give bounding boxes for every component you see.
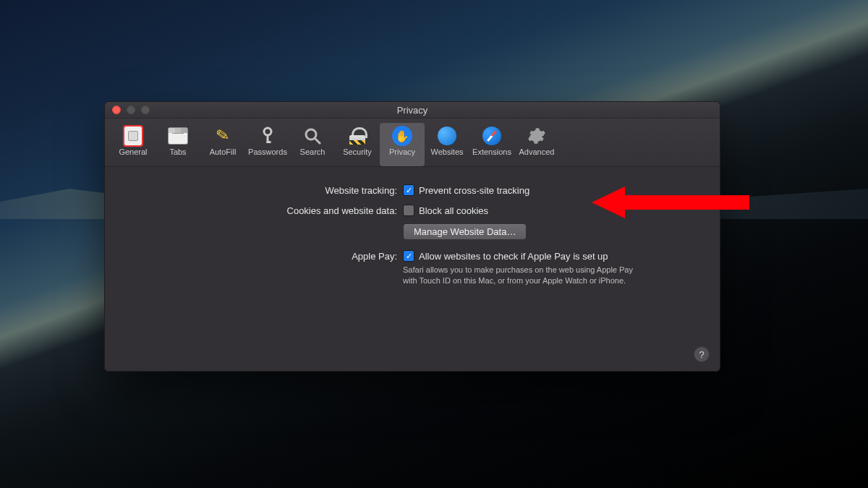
help-button[interactable]: ?: [694, 346, 710, 362]
row-apple-pay: Apple Pay: ✓ Allow websites to check if …: [115, 250, 710, 286]
search-icon: [302, 126, 323, 146]
tab-label: Websites: [430, 148, 463, 156]
tab-extensions[interactable]: Extensions: [469, 123, 514, 166]
row-website-tracking: Website tracking: ✓ Prevent cross-site t…: [115, 184, 710, 196]
tab-tabs[interactable]: Tabs: [156, 123, 200, 166]
tab-label: General: [119, 148, 147, 156]
tab-websites[interactable]: Websites: [425, 123, 469, 166]
tab-label: Advanced: [519, 148, 555, 156]
tab-general[interactable]: General: [111, 123, 156, 166]
zoom-button[interactable]: [141, 106, 150, 114]
tab-label: Security: [343, 148, 372, 156]
key-icon: [257, 126, 278, 146]
window-controls: [112, 106, 150, 114]
tab-label: Tabs: [169, 148, 186, 156]
row-cookies: Cookies and website data: ✓ Block all co…: [115, 205, 710, 240]
globe-icon: [436, 126, 458, 146]
checkmark-icon: ✓: [403, 205, 414, 216]
hand-icon: ✋: [391, 126, 413, 146]
tab-label: Passwords: [248, 148, 287, 156]
checkbox-label: Prevent cross-site tracking: [419, 185, 529, 196]
pencil-icon: ✎: [210, 124, 235, 148]
close-button[interactable]: [112, 106, 121, 114]
minimize-button[interactable]: [127, 106, 135, 114]
checkmark-icon: ✓: [403, 184, 414, 196]
svg-point-0: [264, 128, 271, 135]
tab-label: Search: [300, 148, 326, 156]
content-pane: Website tracking: ✓ Prevent cross-site t…: [105, 167, 720, 371]
toolbar: General Tabs ✎ AutoFill Passwords Search: [105, 119, 720, 167]
tab-privacy[interactable]: ✋ Privacy: [380, 123, 425, 166]
label-website-tracking: Website tracking:: [115, 184, 403, 196]
window-title: Privacy: [105, 105, 720, 116]
checkbox-prevent-cross-site[interactable]: ✓ Prevent cross-site tracking: [403, 184, 710, 196]
checkbox-allow-apple-pay[interactable]: ✓ Allow websites to check if Apple Pay i…: [403, 250, 710, 262]
svg-rect-2: [267, 141, 271, 143]
checkbox-label: Allow websites to check if Apple Pay is …: [419, 251, 608, 262]
apple-pay-description: Safari allows you to make purchases on t…: [403, 265, 649, 286]
titlebar: Privacy: [105, 102, 720, 119]
tab-label: Extensions: [472, 148, 511, 156]
tabs-icon: [167, 126, 189, 146]
gear-icon: [526, 126, 548, 146]
tab-security[interactable]: Security: [335, 123, 380, 166]
compass-icon: [481, 126, 503, 146]
general-icon: [122, 126, 144, 146]
tab-advanced[interactable]: Advanced: [514, 123, 559, 166]
tab-autofill[interactable]: ✎ AutoFill: [200, 123, 245, 166]
label-cookies: Cookies and website data:: [115, 205, 403, 216]
tab-passwords[interactable]: Passwords: [245, 123, 290, 166]
checkmark-icon: ✓: [403, 250, 414, 262]
checkbox-label: Block all cookies: [419, 205, 488, 216]
tab-search[interactable]: Search: [290, 123, 335, 166]
tab-label: AutoFill: [210, 148, 237, 156]
manage-website-data-button[interactable]: Manage Website Data…: [403, 223, 527, 240]
tab-label: Privacy: [389, 148, 415, 156]
checkbox-block-all-cookies[interactable]: ✓ Block all cookies: [403, 205, 710, 216]
preferences-window: Privacy General Tabs ✎ AutoFill Password…: [104, 101, 720, 372]
lock-icon: [346, 126, 368, 146]
label-apple-pay: Apple Pay:: [115, 250, 403, 262]
svg-line-4: [315, 138, 320, 143]
